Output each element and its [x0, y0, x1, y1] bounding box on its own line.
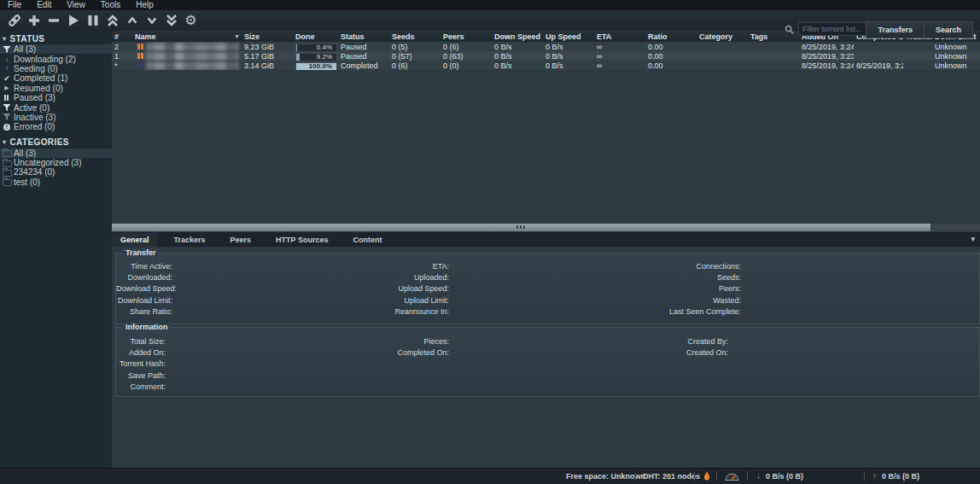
download-arrow-icon: ↓: [2, 55, 12, 63]
collapse-triangle-icon: ▾: [3, 138, 6, 146]
sidebar-category-234234[interactable]: 234234 (0): [0, 167, 112, 177]
col-done[interactable]: Done: [293, 31, 338, 42]
sidebar-item-downloading[interactable]: ↓ Downloading (2): [0, 54, 112, 63]
status-text: Paused: [338, 42, 389, 51]
add-torrent-link-icon[interactable]: [4, 11, 24, 30]
connection-status-icon[interactable]: [703, 471, 710, 482]
torrent-table: 2 9.23 GiB 0.4% Paused 0 (5) 0 (6) 0 B/s…: [112, 42, 980, 70]
torrent-row[interactable]: 2 9.23 GiB 0.4% Paused 0 (5) 0 (6) 0 B/s…: [112, 42, 980, 51]
folder-icon: [2, 178, 12, 186]
splitter-grip-icon: [516, 225, 527, 229]
delete-torrent-icon[interactable]: [44, 11, 63, 30]
funnel-icon: [2, 45, 12, 54]
folder-icon: [2, 159, 12, 167]
sidebar-item-seeding[interactable]: ↑ Seeding (0): [0, 64, 112, 73]
col-number[interactable]: #: [112, 31, 132, 42]
funnel-icon: [2, 103, 12, 112]
sidebar-category-test[interactable]: test (0): [0, 178, 112, 187]
detail-tab-http-sources[interactable]: HTTP Sources: [267, 233, 336, 247]
status-section-header[interactable]: ▾ STATUS: [0, 31, 112, 44]
groupbox-title: Information: [122, 323, 172, 332]
download-arrow-icon: ↓: [756, 471, 761, 481]
sort-descending-icon: ▼: [234, 33, 240, 39]
col-size[interactable]: Size: [242, 31, 293, 42]
status-text: Paused: [338, 51, 389, 61]
menu-view[interactable]: View: [59, 0, 93, 10]
top-tabs: Transfers Search: [866, 21, 973, 38]
speed-limits-gauge-icon[interactable]: [725, 472, 739, 482]
col-status[interactable]: Status: [338, 31, 389, 42]
scrollbar-track[interactable]: [930, 224, 980, 231]
transfer-labels-col1: Time Active: Downloaded: Download Speed:…: [116, 261, 172, 318]
sidebar-item-resumed[interactable]: ▶ Resumed (0): [0, 84, 112, 93]
chevron-down-icon[interactable]: ▾: [971, 235, 975, 243]
col-eta[interactable]: ETA: [594, 31, 645, 42]
upload-arrow-icon: ↑: [872, 471, 877, 481]
global-up-speed: 0 B/s (0 B): [882, 472, 919, 481]
torrent-name: [132, 51, 242, 61]
free-space-text: Free space: Unknown: [566, 472, 645, 481]
torrent-row[interactable]: * ✔ 3.14 GiB 100.0% Completed 0 (6) 0 (0…: [112, 61, 980, 70]
detail-tabs: General Trackers Peers HTTP Sources Cont…: [112, 232, 980, 247]
check-icon: ✔: [2, 74, 12, 83]
col-peers[interactable]: Peers: [440, 31, 492, 42]
resume-icon[interactable]: [63, 11, 83, 30]
sidebar-category-uncategorized[interactable]: Uncategorized (3): [0, 158, 112, 167]
redacted-torrent-name: [146, 43, 238, 51]
queue-move-top-icon[interactable]: [102, 11, 122, 30]
col-category[interactable]: Category: [697, 31, 748, 42]
menu-tools[interactable]: Tools: [93, 0, 128, 10]
detail-tab-content[interactable]: Content: [344, 233, 390, 247]
sidebar: ▾ STATUS All (3) ↓ Downloading (2) ↑ See…: [0, 31, 112, 469]
pause-icon[interactable]: [83, 11, 102, 30]
torrent-name: ✔: [132, 61, 242, 70]
options-gear-icon[interactable]: ⚙: [181, 11, 201, 30]
menu-help[interactable]: Help: [128, 0, 161, 10]
error-icon: !: [2, 124, 12, 131]
information-groupbox: Information Total Size: Added On: Torren…: [115, 327, 980, 397]
status-text: Completed: [338, 61, 389, 70]
detail-tab-peers[interactable]: Peers: [222, 233, 260, 247]
menu-edit[interactable]: Edit: [29, 0, 59, 10]
sidebar-category-all[interactable]: All (3): [0, 149, 112, 158]
torrent-row[interactable]: 1 5.17 GiB 9.2% Paused 0 (57) 0 (63) 0 B…: [112, 51, 980, 61]
tab-search[interactable]: Search: [925, 21, 973, 38]
col-name[interactable]: Name▼: [132, 31, 242, 42]
col-ratio[interactable]: Ratio: [645, 31, 697, 42]
queue-move-up-icon[interactable]: [122, 11, 142, 30]
transfer-groupbox: Transfer Time Active: Downloaded: Downlo…: [115, 253, 980, 324]
sidebar-item-errored[interactable]: ! Errored (0): [0, 122, 112, 131]
redacted-torrent-name: [146, 52, 238, 61]
transfer-labels-col3: Connections: Seeds: Peers: Wasted: Last …: [628, 261, 741, 318]
dht-nodes-text: DHT: 201 nodes: [643, 472, 700, 481]
sidebar-item-inactive[interactable]: Inactive (3): [0, 113, 112, 122]
col-down-speed[interactable]: Down Speed: [492, 31, 543, 42]
paused-state-icon: [135, 53, 146, 59]
information-labels-col2: Pieces: Completed On:: [355, 336, 449, 359]
pause-icon: [2, 95, 12, 101]
information-labels-col3: Created By: Created On:: [615, 336, 728, 359]
progress-bar: 0.4%: [295, 44, 337, 51]
menu-bar: File Edit View Tools Help: [0, 0, 980, 10]
col-seeds[interactable]: Seeds: [389, 31, 440, 42]
menu-file[interactable]: File: [0, 0, 29, 10]
sidebar-item-paused[interactable]: Paused (3): [0, 93, 112, 102]
completed-state-icon: ✔: [135, 61, 146, 70]
torrent-name: [132, 42, 242, 51]
detail-tab-general[interactable]: General: [112, 233, 158, 247]
queue-move-bottom-icon[interactable]: [161, 11, 181, 30]
transfer-labels-col2: ETA: Uploaded: Upload Speed: Upload Limi…: [355, 261, 449, 318]
detail-tab-trackers[interactable]: Trackers: [166, 233, 214, 247]
tab-transfers[interactable]: Transfers: [866, 21, 925, 38]
sidebar-item-active[interactable]: Active (0): [0, 102, 112, 112]
panel-splitter[interactable]: [112, 224, 930, 231]
categories-section-header[interactable]: ▾ CATEGORIES: [0, 135, 112, 149]
add-torrent-file-icon[interactable]: [24, 11, 44, 30]
search-icon: [785, 25, 794, 34]
information-labels-col1: Total Size: Added On: Torrent Hash: Save…: [116, 336, 166, 393]
sidebar-item-all-status[interactable]: All (3): [0, 44, 112, 54]
col-up-speed[interactable]: Up Speed: [543, 31, 594, 42]
progress-bar: 9.2%: [295, 53, 337, 61]
queue-move-down-icon[interactable]: [142, 11, 161, 30]
sidebar-item-completed[interactable]: ✔ Completed (1): [0, 73, 112, 83]
